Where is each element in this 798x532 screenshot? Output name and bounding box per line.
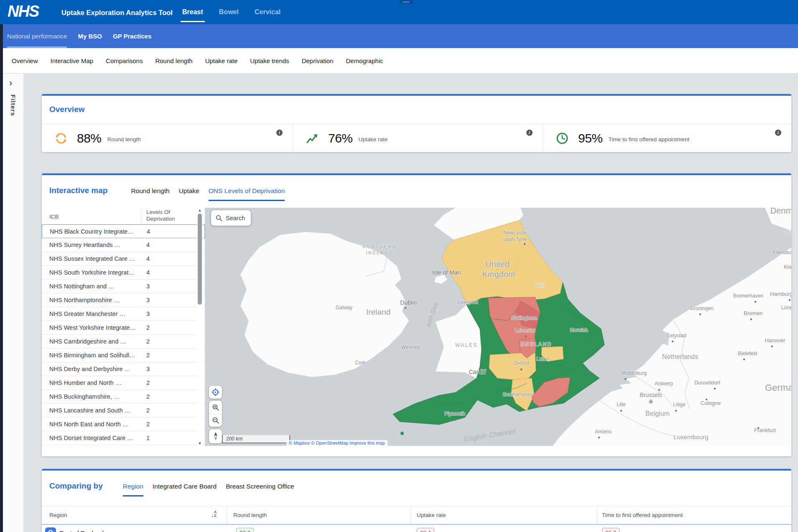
map-metric-tab[interactable]: Uptake: [179, 187, 199, 201]
interactive-map-title: Interactive map: [49, 186, 107, 195]
map-label: Nottingham: [511, 315, 537, 321]
round-length-badge: 93.2: [236, 528, 254, 532]
table-row[interactable]: NHS Northamptonshire … 3: [42, 293, 205, 307]
section-nav-item[interactable]: Round length: [155, 57, 192, 64]
subnav-item[interactable]: National performance: [7, 24, 67, 48]
metric-value: 76%: [328, 131, 353, 145]
scrollbar-thumb[interactable]: [198, 214, 202, 305]
table-row[interactable]: NHS Dorset Integrated Care … 1: [42, 431, 205, 445]
table-row[interactable]: NHS Birmingham and Solihull… 2: [42, 349, 205, 362]
sort-alpha-icon[interactable]: ↓ AZ: [211, 510, 217, 518]
table-row[interactable]: NHS Black Country Integrate… 4: [42, 224, 205, 238]
comparing-header: Comparing by RegionIntegrated Care Board…: [42, 471, 791, 496]
map-label: Hamburg: [770, 291, 791, 297]
subnav-item[interactable]: My BSO: [78, 24, 102, 48]
chevron-right-icon[interactable]: ›: [9, 78, 12, 89]
column-divider: [597, 506, 598, 524]
table-row[interactable]: NHS North East and North … 2: [42, 417, 205, 431]
map-locate-button[interactable]: [209, 386, 222, 399]
interactive-map-content: ICB Levels Of Deprivation NHS Black Coun…: [42, 208, 791, 446]
map-label: Oden: [784, 231, 791, 237]
city-dot: [755, 301, 756, 303]
table-row[interactable]: NHS Greater Manchester … 3: [42, 307, 205, 321]
column-header-round-length[interactable]: Round length: [233, 512, 267, 518]
table-row[interactable]: NHS West Yorkshire Integrate… 2: [42, 321, 205, 335]
section-nav-item[interactable]: Interactive Map: [51, 57, 94, 64]
table-scrollbar[interactable]: ▲ ▼: [197, 208, 203, 445]
scroll-up-icon[interactable]: ▲: [197, 208, 203, 212]
filters-rail[interactable]: › Filters: [3, 74, 24, 532]
cancer-tab[interactable]: Breast: [182, 0, 203, 24]
info-icon[interactable]: i: [775, 130, 781, 136]
map-label: Netherlands: [662, 353, 698, 360]
table-row[interactable]: NHS Surrey Heartlands … 4: [42, 238, 205, 252]
icb-rows: NHS Black Country Integrate… 4 NHS Surre…: [42, 224, 205, 445]
comparing-tab[interactable]: Region: [123, 483, 143, 496]
column-header-icb[interactable]: ICB: [49, 214, 59, 220]
subnav-item[interactable]: GP Practices: [113, 24, 151, 48]
comparing-tab[interactable]: Breast Screening Office: [226, 483, 294, 496]
city-dot: [454, 419, 456, 421]
map-label: Germa: [765, 382, 791, 393]
map-metric-tab[interactable]: ONS Levels of Deprivation: [209, 187, 285, 201]
map-label: Isle of Man: [432, 269, 461, 276]
time-to-first-badge: 86.7: [602, 528, 620, 532]
zoom-in-icon: [212, 404, 219, 411]
city-dot: [477, 378, 478, 379]
info-icon[interactable]: i: [276, 130, 283, 136]
column-header-levels[interactable]: Levels Of Deprivation: [146, 209, 184, 222]
scroll-down-icon[interactable]: ▼: [197, 441, 203, 445]
map-canvas[interactable]: NORTHERNIRELANDIrelandGalwayDublinWexfor…: [205, 208, 791, 446]
map-attribution[interactable]: © Mapbox © OpenStreetMap Improve this ma…: [286, 440, 388, 446]
section-nav-item[interactable]: Uptake rate: [205, 57, 238, 64]
section-nav-item[interactable]: Comparisons: [106, 57, 143, 64]
map-label: Luxembourg: [673, 433, 708, 440]
interactive-map-card: Interactive map Round lengthUptakeONS Le…: [42, 173, 791, 456]
table-row[interactable]: NHS Sussex Integrated Care … 4: [42, 252, 205, 266]
table-row[interactable]: NHS Nottingham and … 3: [42, 280, 205, 293]
city-dot: [672, 341, 673, 342]
map-search-button[interactable]: Search: [211, 210, 251, 226]
table-row[interactable]: NHS Buckinghamshire, … 2: [42, 390, 205, 404]
cancer-tab[interactable]: Cervical: [255, 0, 280, 24]
section-nav-item[interactable]: Overview: [12, 57, 38, 64]
table-row[interactable]: NHS South Yorkshire Integrat… 4: [42, 266, 205, 280]
map-label: Liège: [673, 402, 686, 407]
map-zoom-control: [209, 401, 222, 427]
column-header-time-to-first[interactable]: Time to first offered appointment: [602, 512, 683, 518]
map-label: Groningen: [690, 305, 714, 311]
table-row[interactable]: NHS Cambridgeshire and … 2: [42, 335, 205, 349]
table-row[interactable]: NHS Lancashire and South … 2: [42, 404, 205, 417]
region-icon: [45, 527, 56, 532]
metric-value: 95%: [578, 131, 603, 145]
region-name: East of England: [59, 529, 104, 532]
zoom-in-button[interactable]: [209, 401, 222, 414]
comparing-tab[interactable]: Integrated Care Board: [153, 483, 217, 496]
table-row[interactable]: East of England 93.2 68.4 86.7: [42, 524, 791, 532]
city-dot: [520, 369, 522, 370]
map-compass-button[interactable]: [209, 429, 222, 443]
info-icon[interactable]: i: [526, 130, 533, 136]
city-dot: [699, 313, 701, 315]
uptake-rate-badge: 68.4: [417, 528, 434, 532]
zoom-out-button[interactable]: [209, 414, 222, 427]
map-search-label: Search: [226, 215, 245, 221]
section-nav-item[interactable]: Deprivation: [302, 57, 334, 64]
section-nav-item[interactable]: Uptake trends: [250, 57, 289, 64]
choropleth-map[interactable]: NORTHERNIRELANDIrelandGalwayDublinWexfor…: [205, 208, 791, 446]
map-label: Norwich: [570, 327, 588, 333]
column-header-uptake-rate[interactable]: Uptake rate: [417, 512, 446, 518]
overflow-dots[interactable]: •••: [399, 0, 413, 4]
map-label: Plymouth: [444, 411, 465, 417]
map-metric-tab[interactable]: Round length: [131, 187, 169, 201]
comparing-table-header: Region ↓ AZ Round length Uptake rate Tim…: [42, 506, 791, 524]
map-label: Hanover: [765, 337, 785, 344]
table-row[interactable]: NHS Humber and North … 2: [42, 376, 205, 390]
section-nav: OverviewInteractive MapComparisonsRound …: [3, 48, 798, 74]
cancer-tab[interactable]: Bowel: [219, 0, 239, 24]
left-edge-strip: [0, 24, 3, 532]
section-nav-item[interactable]: Demographic: [346, 57, 383, 64]
column-header-region[interactable]: Region: [49, 512, 67, 518]
table-row[interactable]: NHS Derby and Derbyshire … 3: [42, 362, 205, 376]
clock-icon: [556, 132, 569, 145]
